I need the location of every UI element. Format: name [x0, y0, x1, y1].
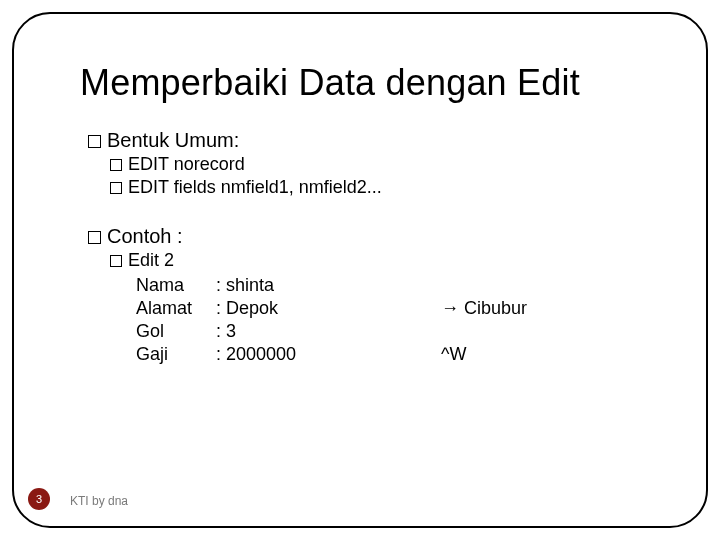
table-row: Nama : shinta [136, 274, 660, 297]
example-table: Nama : shinta Alamat : Depok → Cibubur G… [136, 274, 660, 366]
slide: Memperbaiki Data dengan Edit Bentuk Umum… [0, 0, 720, 540]
field-value: : Depok [216, 297, 441, 320]
field-value: : shinta [216, 274, 441, 297]
slide-title: Memperbaiki Data dengan Edit [80, 62, 580, 104]
field-name: Gol [136, 320, 216, 343]
footer-text: KTI by dna [70, 494, 128, 508]
field-value: : 3 [216, 320, 441, 343]
field-name: Gaji [136, 343, 216, 366]
table-row: Gaji : 2000000 ^W [136, 343, 660, 366]
field-name: Alamat [136, 297, 216, 320]
bentuk-line-1: EDIT norecord [110, 153, 660, 176]
field-note: ^W [441, 343, 466, 366]
bullet-box-icon [110, 255, 122, 267]
arrow-right-icon: → [441, 298, 459, 318]
page-number-badge: 3 [28, 488, 50, 510]
heading-text: Bentuk Umum: [107, 129, 239, 151]
field-name: Nama [136, 274, 216, 297]
line-text: EDIT norecord [128, 154, 245, 174]
bullet-box-icon [110, 159, 122, 171]
slide-body: Bentuk Umum: EDIT norecord EDIT fields n… [88, 124, 660, 366]
bullet-box-icon [88, 135, 101, 148]
sub-text: Edit 2 [128, 250, 174, 270]
field-value: : 2000000 [216, 343, 441, 366]
bullet-box-icon [88, 231, 101, 244]
field-note: → Cibubur [441, 297, 527, 320]
table-row: Gol : 3 [136, 320, 660, 343]
note-text: Cibubur [459, 298, 527, 318]
bentuk-line-2: EDIT fields nmfield1, nmfield2... [110, 176, 660, 199]
heading-text: Contoh : [107, 225, 183, 247]
line-text: EDIT fields nmfield1, nmfield2... [128, 177, 382, 197]
section-heading-contoh: Contoh : [88, 224, 660, 249]
table-row: Alamat : Depok → Cibubur [136, 297, 660, 320]
contoh-subheading: Edit 2 [110, 249, 660, 272]
section-heading-bentuk: Bentuk Umum: [88, 128, 660, 153]
bullet-box-icon [110, 182, 122, 194]
